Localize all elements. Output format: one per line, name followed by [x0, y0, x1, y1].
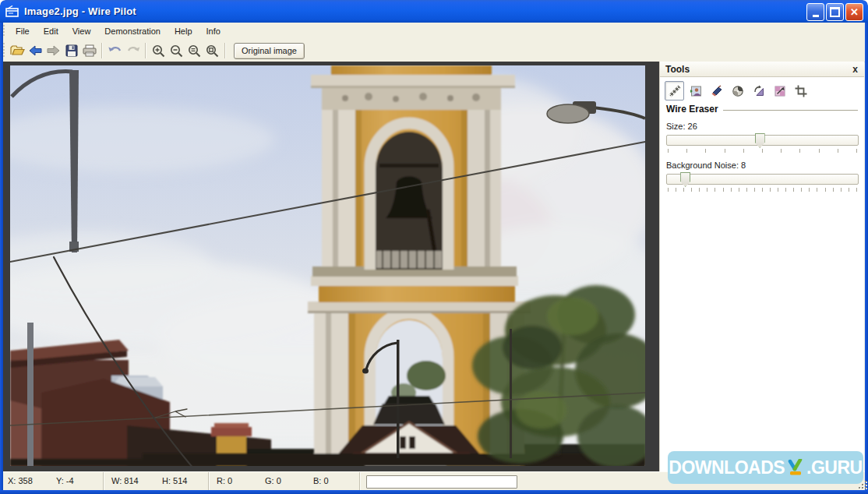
- printer-icon: [83, 44, 97, 57]
- open-button[interactable]: [9, 42, 26, 60]
- menu-bar: File Edit View Demonstration Help Info: [0, 23, 868, 41]
- close-button[interactable]: ✕: [845, 3, 863, 21]
- noise-slider-thumb[interactable]: [680, 172, 690, 187]
- size-slider-ticks: [668, 149, 857, 153]
- size-slider-thumb[interactable]: [755, 133, 765, 148]
- zoom-out-button[interactable]: [168, 42, 185, 60]
- resize-icon: [774, 85, 786, 97]
- zoom-actual-icon: [188, 44, 201, 58]
- app-icon: [5, 5, 19, 18]
- toolbar-separator: [224, 43, 226, 58]
- window-border-right: [865, 23, 868, 494]
- zoom-out-icon: [170, 44, 183, 58]
- title-bar: Image2.jpg - Wire Pilot ✕: [0, 0, 868, 23]
- tool-wire-eraser[interactable]: [665, 81, 684, 101]
- wire-eraser-section-title: Wire Eraser: [666, 104, 718, 115]
- status-y: Y: -4: [56, 476, 74, 485]
- window-title: Image2.jpg - Wire Pilot: [24, 5, 136, 17]
- tools-panel: Tools x: [659, 62, 864, 471]
- menu-view[interactable]: View: [65, 24, 98, 38]
- minimize-icon: [813, 15, 819, 17]
- menu-info[interactable]: Info: [199, 24, 228, 38]
- watermark-suffix: .GURU: [806, 457, 863, 478]
- menu-help[interactable]: Help: [168, 24, 199, 38]
- open-folder-icon: [10, 44, 25, 57]
- tool-resize[interactable]: [770, 81, 789, 101]
- undo-icon: [108, 45, 122, 56]
- size-label: Size: 26: [666, 122, 697, 131]
- downloads-guru-watermark: DOWNLOADS .GURU: [668, 451, 863, 484]
- zoom-in-icon: [152, 44, 165, 58]
- redo-icon: [126, 45, 140, 56]
- photo-canvas[interactable]: [10, 65, 645, 466]
- zoom-actual-button[interactable]: [185, 42, 203, 60]
- crop-icon: [795, 85, 807, 97]
- size-slider[interactable]: [666, 135, 859, 146]
- save-floppy-icon: [65, 44, 78, 57]
- noise-slider-ticks: [668, 188, 857, 192]
- window-border-bottom: [0, 490, 868, 494]
- status-h: H: 514: [162, 476, 187, 485]
- zoom-fit-icon: [206, 44, 219, 58]
- undo-button[interactable]: [106, 42, 124, 60]
- noise-slider[interactable]: [666, 174, 859, 185]
- section-rule: [723, 110, 858, 111]
- color-disc-icon: [732, 85, 744, 97]
- back-button[interactable]: [26, 42, 44, 60]
- original-image-button[interactable]: Original image: [234, 43, 305, 59]
- status-r: R: 0: [217, 476, 232, 485]
- status-cell-wh: W: 814 H: 514: [104, 472, 209, 491]
- forward-arrow-icon: [47, 45, 60, 56]
- tool-eraser[interactable]: [707, 81, 726, 101]
- wire-eraser-icon: [669, 85, 681, 97]
- menu-file[interactable]: File: [9, 24, 37, 38]
- tool-rotate[interactable]: [749, 81, 768, 101]
- photo-restore-icon: [690, 85, 702, 97]
- status-w: W: 814: [111, 476, 139, 485]
- status-g: G: 0: [265, 476, 281, 485]
- status-cell-xy: X: 358 Y: -4: [3, 472, 104, 491]
- minimize-button[interactable]: [806, 3, 824, 21]
- redo-button[interactable]: [124, 42, 142, 60]
- tool-color-disc[interactable]: [728, 81, 747, 101]
- app-window: Image2.jpg - Wire Pilot ✕ File Edit View…: [0, 0, 868, 494]
- section-head: Wire Eraser: [666, 104, 858, 115]
- tools-panel-header: Tools x: [660, 62, 864, 77]
- menu-demonstration[interactable]: Demonstration: [97, 24, 168, 38]
- rotate-icon: [753, 85, 765, 97]
- main-area: Tools x: [3, 62, 863, 471]
- status-b: B: 0: [313, 476, 329, 485]
- close-icon: ✕: [850, 7, 859, 17]
- toolbar: Original image: [0, 40, 868, 62]
- download-arrow-icon: [787, 459, 804, 476]
- tool-photo-restore[interactable]: [686, 81, 705, 101]
- noise-label: Background Noise: 8: [666, 161, 746, 170]
- panel-close-icon[interactable]: x: [852, 65, 858, 74]
- save-button[interactable]: [62, 42, 80, 60]
- maximize-icon: [830, 7, 840, 17]
- resize-grip[interactable]: [857, 479, 866, 489]
- progress-bar: [366, 475, 517, 489]
- editor-canvas: [3, 62, 659, 471]
- watermark-name: DOWNLOADS: [669, 457, 785, 478]
- zoom-in-button[interactable]: [150, 42, 168, 60]
- eraser-icon: [711, 85, 723, 97]
- status-x: X: 358: [8, 476, 33, 485]
- zoom-fit-button[interactable]: [203, 42, 221, 60]
- print-button[interactable]: [80, 42, 98, 60]
- window-border-left: [0, 23, 3, 494]
- back-arrow-icon: [29, 45, 42, 56]
- toolbar-separator: [101, 43, 103, 58]
- status-cell-rgb: R: 0 G: 0 B: 0: [209, 472, 360, 491]
- tool-row: [665, 81, 810, 101]
- toolbar-separator: [145, 43, 146, 58]
- tool-crop[interactable]: [791, 81, 810, 101]
- menu-edit[interactable]: Edit: [37, 24, 65, 38]
- maximize-button[interactable]: [826, 3, 844, 21]
- forward-button[interactable]: [44, 42, 62, 60]
- tools-panel-title: Tools: [665, 64, 690, 75]
